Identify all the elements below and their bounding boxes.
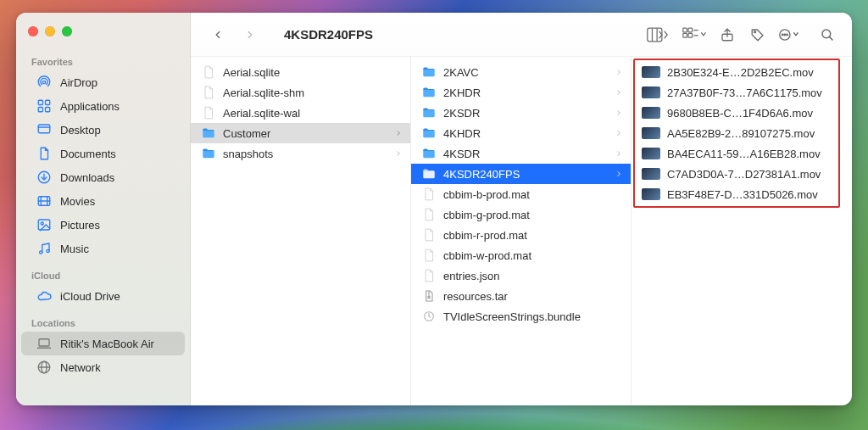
list-item[interactable]: 4KHDR	[411, 123, 631, 143]
sidebar: Favorites AirDropApplicationsDesktopDocu…	[16, 13, 191, 405]
chevron-right-icon	[615, 109, 622, 117]
chevron-right-icon	[615, 68, 622, 76]
sidebar-item-music[interactable]: Music	[21, 237, 185, 260]
file-icon	[201, 105, 216, 120]
svg-point-15	[40, 251, 42, 254]
column-3[interactable]: 2B30E324-E…2D2B2EC.mov27A37B0F-73…7A6C11…	[632, 57, 852, 405]
list-item[interactable]: EB3F48E7-D…331D5026.mov	[632, 184, 852, 204]
video-thumbnail-icon	[642, 66, 660, 78]
video-thumbnail-icon	[642, 188, 660, 200]
svg-point-16	[47, 249, 49, 252]
sidebar-item-desktop[interactable]: Desktop	[21, 118, 185, 142]
folder-icon	[421, 85, 437, 100]
back-button[interactable]	[206, 23, 230, 47]
list-item[interactable]: resources.tar	[411, 286, 631, 306]
file-name: 2KSDR	[443, 107, 480, 120]
list-item[interactable]: 4KSDR	[411, 143, 631, 164]
file-name: 9680B8EB-C…1F4D6A6.mov	[667, 107, 813, 120]
group-by-button[interactable]	[682, 23, 706, 47]
forward-button[interactable]	[238, 23, 262, 47]
svg-rect-22	[648, 28, 662, 42]
sidebar-item-label: Downloads	[60, 171, 114, 184]
sidebar-item-icloud-drive[interactable]: iCloud Drive	[21, 284, 185, 308]
sidebar-item-label: iCloud Drive	[60, 290, 120, 303]
minimize-button[interactable]	[45, 26, 55, 36]
folder-icon	[201, 126, 216, 141]
sidebar-item-label: Applications	[60, 100, 120, 113]
sidebar-section-locations: Locations	[16, 315, 190, 332]
file-name: C7AD3D0A-7…D27381A1.mov	[667, 168, 821, 181]
sidebar-item-network[interactable]: Network	[21, 355, 185, 379]
list-item[interactable]: 4KSDR240FPS	[411, 164, 631, 184]
list-item[interactable]: cbbim-b-prod.mat	[411, 184, 631, 204]
file-name: resources.tar	[443, 290, 508, 303]
zoom-button[interactable]	[62, 26, 72, 36]
list-item[interactable]: BA4ECA11-59…A16EB28.mov	[632, 143, 852, 164]
file-name: AA5E82B9-2…89107275.mov	[667, 127, 815, 140]
window-controls	[16, 21, 190, 47]
content-area: 4KSDR240FPS	[191, 13, 852, 405]
share-button[interactable]	[718, 23, 737, 47]
list-item[interactable]: cbbim-r-prod.mat	[411, 225, 631, 245]
file-name: cbbim-r-prod.mat	[443, 229, 527, 242]
sidebar-item-applications[interactable]: Applications	[21, 94, 185, 118]
sidebar-item-pictures[interactable]: Pictures	[21, 213, 185, 237]
folder-icon	[201, 146, 216, 161]
sidebar-item-this-mac[interactable]: Ritik's MacBook Air	[21, 332, 185, 355]
svg-rect-17	[39, 339, 49, 346]
sidebar-item-airdrop[interactable]: AirDrop	[21, 70, 185, 94]
file-icon	[201, 85, 216, 100]
svg-point-0	[42, 81, 45, 83]
file-name: 2KHDR	[443, 87, 481, 99]
folder-icon	[421, 146, 437, 161]
svg-rect-27	[683, 33, 687, 37]
desktop-icon	[36, 122, 52, 137]
chevron-right-icon	[615, 149, 622, 158]
chevron-right-icon	[615, 170, 622, 178]
search-button[interactable]	[818, 23, 837, 47]
tags-button[interactable]	[748, 23, 767, 47]
bundle-icon	[421, 309, 437, 324]
chevron-right-icon	[615, 88, 622, 97]
close-button[interactable]	[28, 26, 38, 36]
list-item[interactable]: Aerial.sqlite-wal	[191, 103, 410, 123]
list-item[interactable]: cbbim-g-prod.mat	[411, 204, 631, 225]
list-item[interactable]: 2KAVC	[411, 62, 631, 82]
sidebar-section-favorites: Favorites	[16, 53, 190, 70]
more-button[interactable]	[779, 23, 801, 47]
list-item[interactable]: 2KHDR	[411, 82, 631, 103]
list-item[interactable]: entries.json	[411, 265, 631, 286]
column-1[interactable]: Aerial.sqliteAerial.sqlite-shmAerial.sql…	[191, 57, 411, 405]
list-item[interactable]: AA5E82B9-2…89107275.mov	[632, 123, 852, 143]
folder-icon	[421, 64, 437, 80]
list-item[interactable]: Aerial.sqlite	[191, 62, 410, 82]
sidebar-item-downloads[interactable]: Downloads	[21, 165, 185, 189]
file-name: 4KSDR240FPS	[443, 168, 520, 181]
list-item[interactable]: 2KSDR	[411, 103, 631, 123]
sidebar-item-documents[interactable]: Documents	[21, 142, 185, 165]
list-item[interactable]: cbbim-w-prod.mat	[411, 245, 631, 265]
view-columns-button[interactable]	[647, 23, 670, 47]
column-2[interactable]: 2KAVC2KHDR2KSDR4KHDR4KSDR4KSDR240FPScbbi…	[411, 57, 632, 405]
file-name: 4KSDR	[443, 148, 480, 160]
list-item[interactable]: C7AD3D0A-7…D27381A1.mov	[632, 164, 852, 184]
list-item[interactable]: 2B30E324-E…2D2B2EC.mov	[632, 62, 852, 82]
list-item[interactable]: 27A37B0F-73…7A6C1175.mov	[632, 82, 852, 103]
list-item[interactable]: Customer	[191, 123, 410, 143]
file-name: cbbim-g-prod.mat	[443, 209, 530, 221]
chevron-right-icon	[615, 129, 622, 137]
list-item[interactable]: snapshots	[191, 143, 410, 164]
folder-icon	[421, 105, 437, 120]
archive-icon	[421, 288, 437, 304]
list-item[interactable]: Aerial.sqlite-shm	[191, 82, 410, 103]
file-name: Customer	[223, 127, 270, 140]
sidebar-item-label: Documents	[60, 148, 116, 160]
airdrop-icon	[36, 75, 52, 90]
list-item[interactable]: 9680B8EB-C…1F4D6A6.mov	[632, 103, 852, 123]
file-name: Aerial.sqlite-wal	[223, 107, 300, 120]
svg-point-35	[784, 34, 786, 36]
list-item[interactable]: TVIdleScreenStrings.bundle	[411, 306, 631, 327]
finder-window: Favorites AirDropApplicationsDesktopDocu…	[16, 13, 852, 405]
sidebar-item-label: Ritik's MacBook Air	[60, 338, 154, 350]
sidebar-item-movies[interactable]: Movies	[21, 189, 185, 213]
